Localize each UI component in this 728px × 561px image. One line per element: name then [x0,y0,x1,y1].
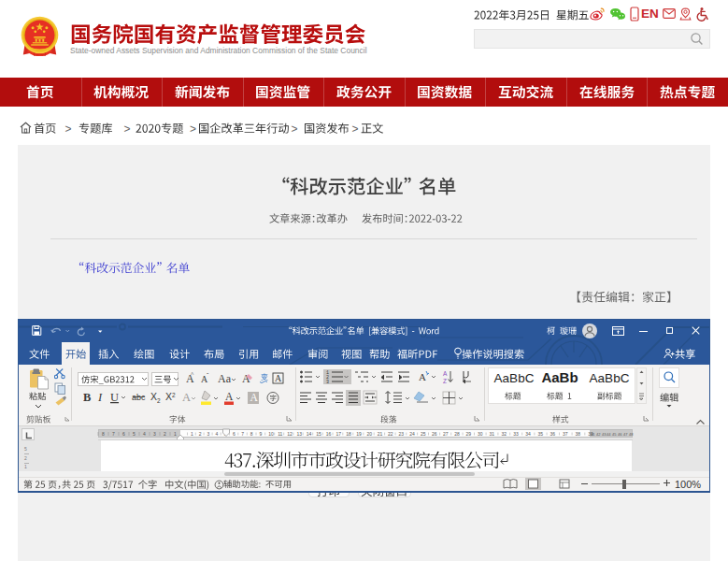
svg-text:X: X [165,391,172,402]
svg-text:2: 2 [24,455,27,461]
svg-text:ˇ: ˇ [207,371,209,379]
svg-text:B: B [83,391,91,404]
svg-text:2: 2 [157,397,161,404]
svg-text:3: 3 [326,380,329,385]
svg-text:A: A [225,391,234,402]
svg-text:1: 1 [24,464,27,469]
svg-text:Aa: Aa [218,372,232,385]
svg-text:5: 5 [24,446,27,452]
svg-text:U: U [110,391,119,404]
svg-text:A: A [250,392,259,403]
svg-text:2: 2 [172,392,176,398]
svg-text:X: X [150,391,157,402]
svg-text:A: A [443,370,448,377]
svg-text:I: I [97,391,103,404]
svg-text:A: A [419,371,426,382]
svg-text:abc: abc [132,393,146,402]
svg-text:A: A [182,391,191,404]
svg-text:Z: Z [443,378,447,384]
svg-text:A: A [275,373,282,383]
